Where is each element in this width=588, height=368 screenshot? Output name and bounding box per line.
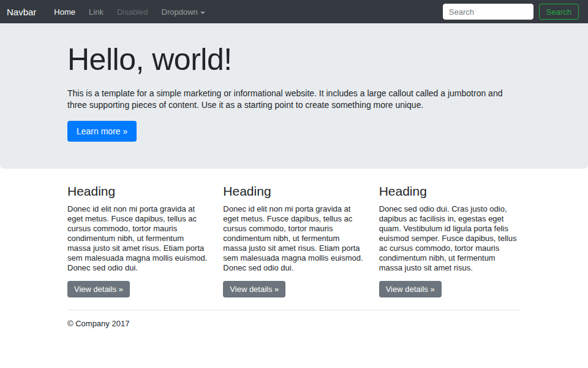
view-details-button-1[interactable]: View details » <box>67 281 130 297</box>
nav-item-disabled: Disabled <box>110 4 155 20</box>
view-details-button-3[interactable]: View details » <box>379 281 442 297</box>
nav-item-link[interactable]: Link <box>82 4 110 20</box>
copyright-text: © Company 2017 <box>67 319 521 328</box>
caret-down-icon <box>200 12 205 14</box>
column-body: Donec id elit non mi porta gravida at eg… <box>223 204 364 273</box>
marketing-column-3: Heading Donec sed odio dui. Cras justo o… <box>379 184 521 297</box>
marketing-column-2: Heading Donec id elit non mi porta gravi… <box>223 184 364 297</box>
column-heading: Heading <box>379 184 521 199</box>
navbar-brand[interactable]: Navbar <box>7 7 36 17</box>
nav-item-home[interactable]: Home <box>47 4 82 20</box>
footer: © Company 2017 <box>67 319 521 328</box>
jumbotron: Hello, world! This is a template for a s… <box>0 23 588 169</box>
nav-item-dropdown-label: Dropdown <box>162 7 198 17</box>
footer-divider <box>67 310 521 310</box>
column-heading: Heading <box>223 184 364 199</box>
jumbotron-lead: This is a template for a simple marketin… <box>67 88 521 111</box>
column-heading: Heading <box>67 184 209 199</box>
search-input[interactable] <box>443 4 533 20</box>
column-body: Donec id elit non mi porta gravida at eg… <box>67 204 209 273</box>
nav-item-dropdown[interactable]: Dropdown <box>155 4 212 20</box>
navbar-nav: Home Link Disabled Dropdown <box>47 6 442 17</box>
search-button[interactable]: Search <box>539 4 579 20</box>
marketing-section: Heading Donec id elit non mi porta gravi… <box>67 184 521 328</box>
navbar-search-form: Search <box>443 4 579 20</box>
view-details-button-2[interactable]: View details » <box>223 281 285 297</box>
navbar: Navbar Home Link Disabled Dropdown Searc… <box>0 0 588 23</box>
learn-more-button[interactable]: Learn more » <box>67 121 137 142</box>
column-body: Donec sed odio dui. Cras justo odio, dap… <box>379 204 521 273</box>
marketing-column-1: Heading Donec id elit non mi porta gravi… <box>67 184 209 297</box>
jumbotron-title: Hello, world! <box>67 42 521 77</box>
